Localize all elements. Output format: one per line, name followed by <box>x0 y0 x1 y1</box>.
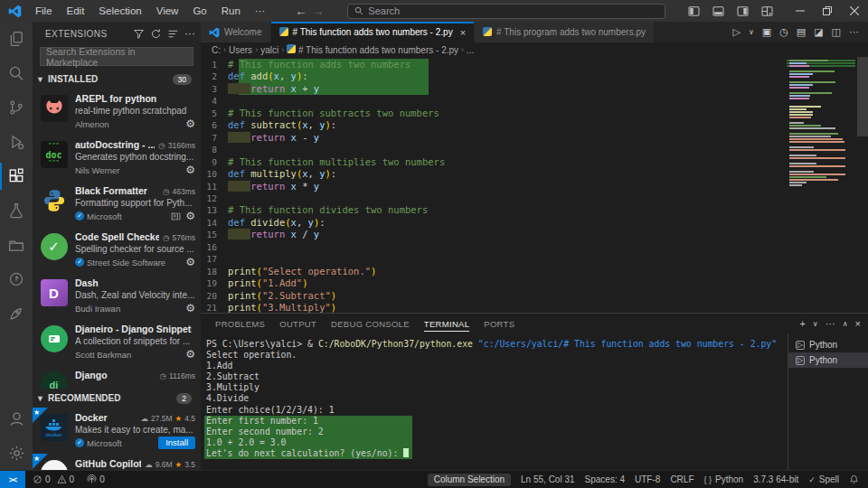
python-interpreter[interactable]: 3.7.3 64-bit <box>753 474 798 484</box>
breadcrumb-item[interactable]: ... <box>467 45 474 55</box>
more-actions[interactable]: ··· <box>849 27 859 37</box>
section-header-installed[interactable]: ▼INSTALLED30 <box>33 70 201 89</box>
terminal[interactable]: PS C:\Users\yalci> & C:/RoboDK/Python37/… <box>201 333 788 470</box>
menu-file[interactable]: File <box>29 4 59 18</box>
customize-layout-icon[interactable] <box>755 3 779 20</box>
split-editor-action-icon[interactable]: ◫ <box>832 27 841 37</box>
menu-view[interactable]: View <box>150 4 185 18</box>
section-header-recommended[interactable]: ▼RECOMMENDED2 <box>33 389 201 408</box>
extensions-search-input[interactable]: Search Extensions in Marketplace <box>40 47 193 66</box>
minimize-button[interactable] <box>787 0 814 22</box>
format-action-icon[interactable]: ◪ <box>814 27 823 37</box>
extension-row[interactable]: DDashDash, Zeal and Velocity inte...Budi… <box>33 273 201 319</box>
more-panel-actions-icon[interactable]: ··· <box>826 318 835 329</box>
filter-icon[interactable] <box>133 28 145 40</box>
gear-icon[interactable]: ⚙ <box>185 117 195 130</box>
more-icon[interactable]: ··· <box>184 27 195 40</box>
activity-account-icon[interactable] <box>0 401 33 436</box>
notifications-bell[interactable] <box>849 474 859 484</box>
terminal-picker-dropdown-icon[interactable]: ∨ <box>813 320 818 328</box>
breadcrumb-item[interactable]: yalci <box>260 45 278 55</box>
activity-rocket-tool-icon[interactable] <box>0 296 33 331</box>
clear-list-icon[interactable] <box>167 28 179 40</box>
menu-selection[interactable]: Selection <box>92 4 147 18</box>
close-tab-icon[interactable]: × <box>460 27 466 38</box>
panel-tab-output[interactable]: OUTPUT <box>272 315 324 333</box>
extension-row[interactable]: """doc"""autoDocstring - ...◷3166msGener… <box>33 135 201 181</box>
extension-row[interactable]: ✓Code Spell Checker◷576msSpelling checke… <box>33 227 201 273</box>
breadcrumb-item[interactable]: # This function adds two numbers - 2.py <box>287 44 458 55</box>
back-arrow-icon[interactable]: ← <box>295 5 307 18</box>
panel-tab-ports[interactable]: PORTS <box>476 315 522 333</box>
breadcrumb[interactable]: C:›Users›yalci› # This function adds two… <box>201 42 868 57</box>
editor-scrollbar[interactable] <box>857 57 868 136</box>
terminal-instance[interactable]: ▷Python <box>788 337 868 352</box>
run-dropdown[interactable]: ∨ <box>749 29 754 36</box>
extension-row[interactable]: ★dockerDocker☁27.5M★4.5Makes it easy to … <box>33 408 201 454</box>
activity-testing-icon[interactable] <box>0 193 33 228</box>
toggle-secondary-sidebar-icon[interactable] <box>731 3 755 20</box>
sync-settings-icon[interactable] <box>171 211 181 221</box>
editor-tab[interactable]: Welcome <box>201 22 271 42</box>
extension-row[interactable]: djDjango◷1116ms <box>33 365 201 389</box>
spell-checker[interactable]: ✓Spell <box>808 474 839 484</box>
editor-tab[interactable]: # This function adds two numbers - 2.py× <box>271 22 476 42</box>
extension-row[interactable]: Djaneiro - Django SnippetsA collection o… <box>33 319 201 365</box>
gear-icon[interactable]: ⚙ <box>185 256 195 268</box>
docstring-action-icon[interactable]: ▤ <box>797 27 806 37</box>
gear-icon[interactable]: ⚙ <box>185 302 195 314</box>
maximize-panel-icon[interactable]: ∧ <box>843 320 848 328</box>
terminal-line: Enter choice(1/2/3/4): 1 <box>206 405 788 416</box>
gear-icon[interactable]: ⚙ <box>185 164 195 176</box>
command-center-search[interactable]: Search <box>347 4 665 19</box>
encoding[interactable]: UTF-8 <box>635 474 660 484</box>
activity-search-icon[interactable] <box>0 56 33 90</box>
menu-edit[interactable]: Edit <box>61 4 91 18</box>
forward-arrow-icon[interactable]: → <box>312 5 324 18</box>
toggle-sidebar-icon[interactable] <box>682 3 706 20</box>
activity-extensions-icon[interactable] <box>0 159 33 193</box>
activity-circle-tool-icon[interactable] <box>0 262 33 296</box>
remote-indicator[interactable]: >< <box>0 471 25 488</box>
breadcrumb-item[interactable]: Users <box>229 45 252 55</box>
minimap[interactable] <box>787 60 855 187</box>
install-button[interactable]: Install <box>158 436 195 449</box>
panel-tab-problems[interactable]: PROBLEMS <box>208 315 272 333</box>
ports-status[interactable]: 0 <box>87 474 105 484</box>
menu-run[interactable]: Run <box>215 4 247 18</box>
extension-row[interactable]: Black Formatter◷463msFormatting support … <box>33 181 201 227</box>
toggle-panel-icon[interactable] <box>706 3 731 20</box>
activity-run-debug-icon[interactable] <box>0 125 33 159</box>
column-selection-mode[interactable]: Column Selection <box>428 474 511 486</box>
panel-tab-terminal[interactable]: TERMINAL <box>417 315 476 333</box>
new-terminal-icon[interactable]: + <box>799 318 805 329</box>
editor-tab[interactable]: # This program adds two numbers.py <box>475 22 655 42</box>
arepl-action-icon[interactable]: ▣ <box>762 27 771 37</box>
timeline-action-icon[interactable]: ◷ <box>779 27 788 37</box>
problems-status[interactable]: 00 <box>33 474 78 484</box>
terminal-icon: ▷ <box>796 341 805 350</box>
terminal-instance[interactable]: ▷Python <box>788 352 868 368</box>
menu-go[interactable]: Go <box>186 4 212 18</box>
activity-project-folder-icon[interactable] <box>0 228 33 262</box>
language-mode[interactable]: { }Python <box>704 474 744 484</box>
menu-[interactable]: ··· <box>249 4 272 18</box>
extension-row[interactable]: ★GitHub Copilot☁9.6M★3.5Your AI pair pro… <box>33 454 201 470</box>
indentation[interactable]: Spaces: 4 <box>585 474 625 484</box>
gear-icon[interactable]: ⚙ <box>185 210 195 222</box>
breadcrumb-item[interactable]: C: <box>212 45 221 55</box>
extension-row[interactable]: AREPL for pythonreal-time python scratch… <box>33 89 201 135</box>
panel-tab-debug-console[interactable]: DEBUG CONSOLE <box>324 315 417 333</box>
activity-explorer-icon[interactable] <box>0 22 33 56</box>
refresh-icon[interactable] <box>150 28 162 40</box>
close-window-button[interactable] <box>841 0 868 22</box>
restore-button[interactable] <box>814 0 841 22</box>
cursor-position[interactable]: Ln 55, Col 31 <box>521 474 575 484</box>
eol-sequence[interactable]: CRLF <box>670 474 693 484</box>
gear-icon[interactable]: ⚙ <box>185 348 195 361</box>
close-panel-icon[interactable]: × <box>855 318 861 329</box>
code-editor[interactable]: 1# This function adds two numbers2def ad… <box>201 57 868 313</box>
activity-settings-icon[interactable] <box>0 436 33 470</box>
activity-source-control-icon[interactable] <box>0 90 33 125</box>
run-button[interactable]: ▷ <box>732 27 740 37</box>
